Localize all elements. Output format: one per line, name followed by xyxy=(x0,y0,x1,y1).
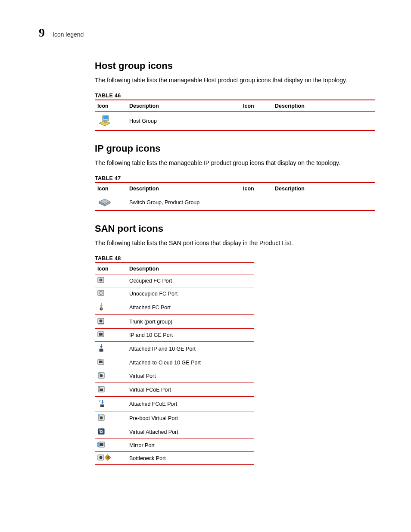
table-row: Unoccupied FC Port xyxy=(95,287,254,300)
cell-description: Occupied FC Port xyxy=(127,274,254,287)
cell-description: IP and 10 GE Port xyxy=(127,329,254,342)
svg-rect-47 xyxy=(97,443,100,446)
svg-rect-20 xyxy=(99,333,103,336)
svg-point-17 xyxy=(100,320,103,323)
svg-point-43 xyxy=(101,431,102,432)
section-intro-host: The following table lists the manageable… xyxy=(95,76,377,85)
section-intro-ip: The following table lists the manageable… xyxy=(95,159,377,168)
th-description: Description xyxy=(127,100,240,112)
table-row: V Virtual Port xyxy=(95,369,254,383)
svg-text:V: V xyxy=(99,386,101,389)
trunk-port-group-icon xyxy=(97,317,105,326)
th-icon: Icon xyxy=(95,183,127,194)
virtual-fcoe-port-icon: V xyxy=(97,385,105,394)
attached-cloud-10ge-port-icon xyxy=(97,358,105,367)
svg-marker-13 xyxy=(100,305,103,308)
ip-10ge-port-icon xyxy=(97,331,105,339)
page: 9 Icon legend Host group icons The follo… xyxy=(0,0,411,491)
table-row: Mirror Port xyxy=(95,439,254,452)
table-row: Trunk (port group) xyxy=(95,315,254,329)
cell-description: Unoccupied FC Port xyxy=(127,287,254,300)
svg-rect-2 xyxy=(103,116,108,119)
svg-rect-31 xyxy=(100,389,103,391)
cell-description: Attached IP and 10 GE Port xyxy=(127,342,254,356)
table-row: B Bottleneck Port xyxy=(95,452,254,465)
table-row: Host Group xyxy=(95,112,375,131)
mirror-port-icon xyxy=(97,441,106,449)
th-description: Description xyxy=(272,100,375,112)
attached-ip-10ge-port-icon xyxy=(97,344,105,354)
cell-description: Virtual FCoE Port xyxy=(127,383,254,397)
th-description: Description xyxy=(127,183,240,194)
cell-description: Virtual Port xyxy=(127,369,254,383)
section-intro-san: The following table lists the SAN port i… xyxy=(95,239,377,248)
cell-description: Pre-boot Virtual Port xyxy=(127,411,254,425)
th-icon: Icon xyxy=(95,100,127,112)
unoccupied-fc-port-icon xyxy=(97,289,105,298)
cell-description: Switch Group, Product Group xyxy=(127,194,240,211)
svg-text:V: V xyxy=(99,372,101,375)
table-caption-46: TABLE 46 xyxy=(95,93,377,99)
table-caption-48: TABLE 48 xyxy=(95,255,377,261)
svg-rect-36 xyxy=(100,404,104,407)
svg-point-9 xyxy=(100,280,101,280)
svg-point-15 xyxy=(101,308,102,309)
table-row: Attached IP and 10 GE Port xyxy=(95,342,254,356)
table-row: V Virtual FCoE Port xyxy=(95,383,254,397)
svg-rect-3 xyxy=(104,121,107,122)
attached-fcoe-port-icon: V xyxy=(97,399,105,409)
cell-description: Attached-to-Cloud 10 GE Port xyxy=(127,356,254,369)
table-47: Icon Description Icon Description xyxy=(95,182,375,211)
section-title-ip: IP group icons xyxy=(95,143,377,154)
svg-marker-35 xyxy=(101,402,104,404)
table-46: Icon Description Icon Description xyxy=(95,100,375,131)
svg-marker-22 xyxy=(100,346,103,348)
virtual-port-icon: V xyxy=(97,371,105,380)
attached-fc-port-icon xyxy=(97,302,105,312)
svg-text:V: V xyxy=(99,428,101,431)
svg-point-49 xyxy=(100,456,103,459)
cell-description: Trunk (port group) xyxy=(127,315,254,329)
svg-text:V: V xyxy=(99,399,101,402)
table-48: Icon Description Occupied FC Port Unoccu… xyxy=(95,262,254,465)
page-header: 9 Icon legend xyxy=(39,26,377,40)
svg-text:B: B xyxy=(106,455,109,460)
th-description: Description xyxy=(127,263,254,274)
th-icon: Icon xyxy=(240,100,272,112)
switch-group-icon xyxy=(97,196,112,208)
svg-text:#: # xyxy=(102,414,104,417)
svg-text:V: V xyxy=(98,414,100,417)
svg-rect-10 xyxy=(98,290,104,296)
cell-description: Virtual Attached Port xyxy=(127,425,254,439)
th-icon: Icon xyxy=(240,183,272,194)
th-description: Description xyxy=(272,183,375,194)
table-caption-47: TABLE 47 xyxy=(95,175,377,181)
cell-description: Attached FCoE Port xyxy=(127,397,254,411)
table-row: V Virtual Attached Port xyxy=(95,425,254,439)
svg-rect-23 xyxy=(100,349,103,352)
section-title-host: Host group icons xyxy=(95,60,377,72)
bottleneck-port-icon: B xyxy=(97,454,111,462)
cell-description: Bottleneck Port xyxy=(127,452,254,465)
svg-rect-18 xyxy=(98,324,104,324)
table-row: Switch Group, Product Group xyxy=(95,194,375,211)
virtual-attached-port-icon: V xyxy=(97,427,105,436)
running-title: Icon legend xyxy=(53,31,84,38)
chapter-number: 9 xyxy=(39,26,45,40)
cell-description: Attached FC Port xyxy=(127,300,254,315)
table-row: Occupied FC Port xyxy=(95,274,254,287)
host-group-icon xyxy=(97,114,112,128)
table-row: IP and 10 GE Port xyxy=(95,329,254,342)
svg-point-26 xyxy=(102,359,104,361)
cell-description: Host Group xyxy=(127,112,240,131)
table-row: #V Pre-boot Virtual Port xyxy=(95,411,254,425)
table-row: Attached-to-Cloud 10 GE Port xyxy=(95,356,254,369)
occupied-fc-port-icon xyxy=(97,277,105,285)
table-row: Attached FC Port xyxy=(95,300,254,315)
content-area: Host group icons The following table lis… xyxy=(95,60,377,465)
th-icon: Icon xyxy=(95,263,127,274)
table-row: V Attached FCoE Port xyxy=(95,397,254,411)
section-title-san: SAN port icons xyxy=(95,223,377,234)
svg-rect-46 xyxy=(100,443,103,446)
cell-description: Mirror Port xyxy=(127,439,254,452)
